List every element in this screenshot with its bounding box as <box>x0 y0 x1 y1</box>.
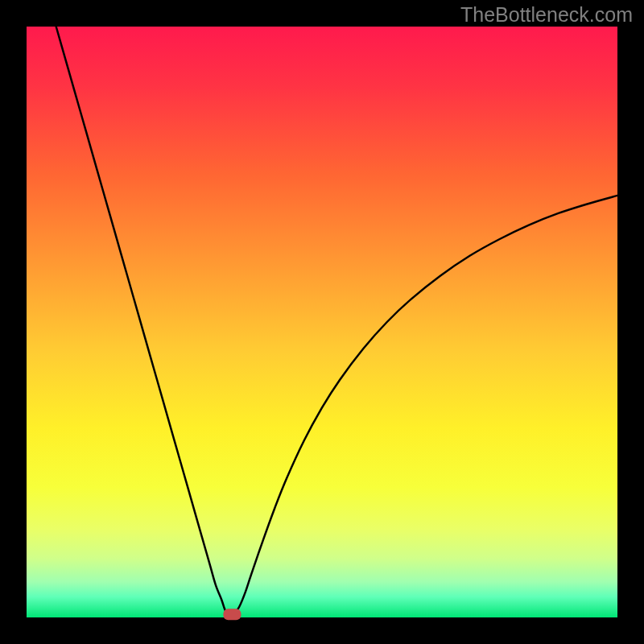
optimal-point-marker <box>223 609 241 620</box>
chart-root: TheBottleneck.com <box>0 0 644 644</box>
plot-background <box>27 27 617 617</box>
chart-svg <box>0 0 644 644</box>
